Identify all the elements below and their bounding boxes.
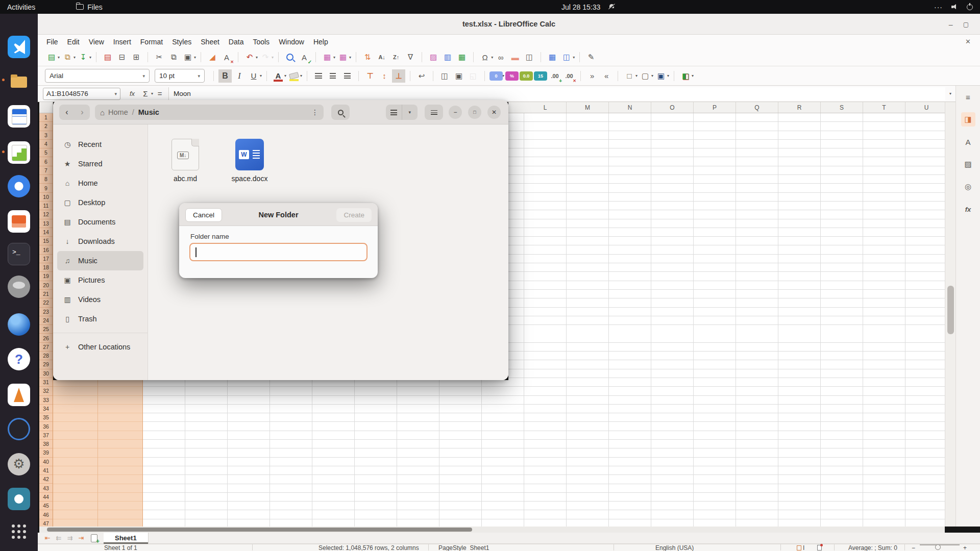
breadcrumb-current[interactable]: Music <box>138 108 159 116</box>
format-as-percent[interactable]: % <box>505 71 519 81</box>
copy[interactable]: ⧉ <box>167 51 180 64</box>
underline[interactable]: U <box>247 69 260 83</box>
files-maximize-button[interactable]: □ <box>468 106 481 119</box>
menu-item[interactable]: Styles <box>167 36 196 47</box>
menu-item[interactable]: Help <box>309 36 333 47</box>
row-header[interactable]: 3 <box>39 131 53 140</box>
clone-formatting[interactable]: ◢ <box>206 51 219 64</box>
tab-sheet1[interactable]: Sheet1 <box>104 533 149 544</box>
row-header[interactable]: 33 <box>39 396 53 405</box>
sort-ascending[interactable]: A↓ <box>375 51 388 64</box>
row-header[interactable]: 14 <box>39 228 53 237</box>
name-box[interactable]: A1:B1048576 ▾ <box>43 88 120 100</box>
row-header[interactable]: 17 <box>39 255 53 263</box>
column-header[interactable]: O <box>651 102 694 113</box>
row-header[interactable]: 35 <box>39 413 53 422</box>
autofilter[interactable]: ∇ <box>404 51 417 64</box>
new-document[interactable]: ▤ <box>45 51 58 64</box>
add-decimal-place[interactable]: .00 <box>548 69 561 83</box>
border-color[interactable]: ▣ <box>654 69 668 83</box>
increase-indent[interactable]: » <box>585 69 599 83</box>
tray-dots-icon[interactable]: ··· <box>934 3 943 11</box>
export-as-pdf[interactable]: ▤ <box>101 51 114 64</box>
maximize-button[interactable]: ▢ <box>963 21 969 28</box>
row-header[interactable]: 11 <box>39 202 53 210</box>
files-sidebar-downloads[interactable]: ↓ Downloads <box>57 232 143 251</box>
open-file[interactable]: ⧉ <box>61 51 74 64</box>
insert-pivot-table[interactable]: ▦ <box>455 51 469 64</box>
files-sidebar-recent[interactable]: ◷ Recent <box>57 135 143 154</box>
row-header[interactable]: 21 <box>39 290 53 298</box>
view-toggle-button[interactable]: ▾ <box>386 105 418 120</box>
close-document-icon[interactable]: ✕ <box>965 38 971 45</box>
select-function-button[interactable]: Σ <box>139 88 152 100</box>
border-style[interactable]: ▢ <box>639 69 652 83</box>
row-header[interactable]: 4 <box>39 140 53 148</box>
column-header[interactable]: M <box>567 102 609 113</box>
dock-libreoffice-writer[interactable] <box>8 105 30 128</box>
select-all-corner[interactable] <box>39 102 53 113</box>
files-sidebar-desktop[interactable]: ▢ Desktop <box>57 193 143 212</box>
row-header[interactable]: 29 <box>39 360 53 369</box>
sidebar-properties[interactable]: ◨ <box>961 112 975 127</box>
sidebar-settings[interactable]: ≡ <box>961 90 975 104</box>
files-sidebar-documents[interactable]: ▤ Documents <box>57 212 143 232</box>
folder-name-input[interactable] <box>189 243 368 261</box>
row-header[interactable]: 30 <box>39 369 53 378</box>
sort[interactable]: ⇅ <box>361 51 374 64</box>
borders[interactable]: □ <box>623 69 636 83</box>
power-icon[interactable] <box>967 4 973 10</box>
column-header[interactable]: N <box>609 102 651 113</box>
scrollbar-thumb[interactable] <box>947 286 954 334</box>
last-sheet[interactable]: ⇥ <box>76 533 87 543</box>
row-header[interactable]: 1 <box>39 113 53 122</box>
row-header[interactable]: 31 <box>39 378 53 387</box>
format-as-number[interactable]: 0.0 <box>520 71 533 81</box>
clock[interactable]: Jul 28 15:33 <box>561 3 600 11</box>
insert-image[interactable]: ▨ <box>427 51 440 64</box>
add-sheet-icon[interactable] <box>91 534 97 542</box>
print-preview[interactable]: ⊞ <box>130 51 143 64</box>
column[interactable]: ▦ <box>336 51 350 64</box>
column-header[interactable]: Q <box>736 102 778 113</box>
sidebar-navigator[interactable]: ◎ <box>961 180 975 194</box>
menu-item[interactable]: File <box>42 36 63 47</box>
column-header[interactable]: L <box>524 102 567 113</box>
files-minimize-button[interactable]: − <box>449 106 462 119</box>
row-header[interactable]: 32 <box>39 387 53 395</box>
decrease-indent[interactable]: « <box>600 69 613 83</box>
italic[interactable]: I <box>233 69 246 83</box>
dock-vscode[interactable] <box>8 36 30 58</box>
delete-decimal-place[interactable]: .00 <box>562 69 576 83</box>
row-header[interactable]: 25 <box>39 325 53 334</box>
cut[interactable]: ✂ <box>153 51 166 64</box>
row-header[interactable]: 27 <box>39 343 53 352</box>
split-window[interactable]: ◫ <box>560 51 573 64</box>
menu-item[interactable]: Edit <box>63 36 84 47</box>
files-sidebar-other-locations[interactable]: + Other Locations <box>57 337 143 357</box>
find-and-replace[interactable] <box>283 51 297 64</box>
menu-item[interactable]: View <box>84 36 109 47</box>
files-sidebar-home[interactable]: ⌂ Home <box>57 173 143 193</box>
freeze-rows-and-columns[interactable]: ▦ <box>546 51 559 64</box>
row-header[interactable]: 46 <box>39 510 53 519</box>
file-space-docx[interactable]: space.docx <box>222 139 278 183</box>
row-header[interactable]: 43 <box>39 484 53 492</box>
create-button[interactable]: Create <box>336 208 372 222</box>
formula-button[interactable]: = <box>153 88 166 100</box>
row-header[interactable]: 23 <box>39 308 53 316</box>
font-size-combo[interactable]: 10 pt▾ <box>155 69 205 83</box>
spreadsheet-grid[interactable] <box>508 113 945 527</box>
column-header[interactable]: P <box>694 102 736 113</box>
main-menu-button[interactable] <box>425 105 443 120</box>
sidebar-gallery[interactable]: ▨ <box>961 157 975 171</box>
insert-special-character[interactable]: Ω <box>478 51 492 64</box>
row-header[interactable]: 28 <box>39 352 53 360</box>
insert-hyperlink[interactable]: ∞ <box>494 51 507 64</box>
function-wizard-button[interactable]: fx <box>126 88 139 100</box>
sort-descending[interactable]: Z↑ <box>389 51 403 64</box>
app-menu-files[interactable]: Files <box>69 0 110 14</box>
insert-chart[interactable]: ▥ <box>441 51 454 64</box>
forward-button[interactable]: › <box>75 105 90 120</box>
previous-sheet[interactable]: ⇇ <box>53 533 64 543</box>
